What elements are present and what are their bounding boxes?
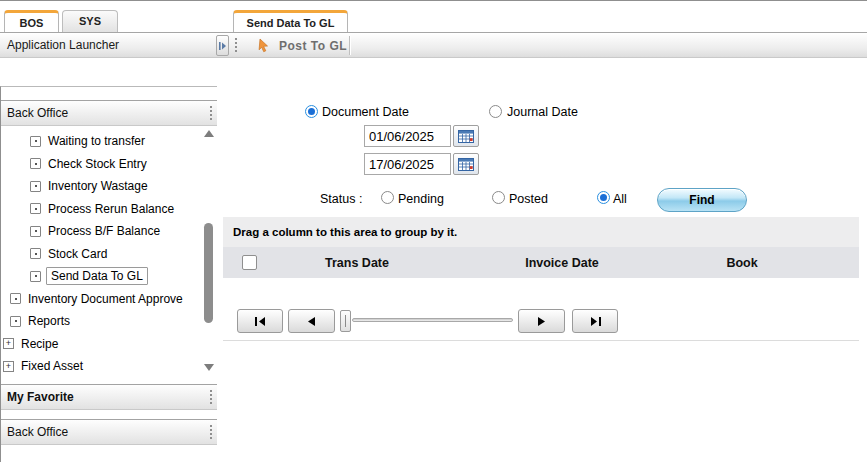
- item-bullet-icon: [30, 271, 41, 282]
- toolbar-grip-handle[interactable]: [234, 37, 238, 54]
- radio-all[interactable]: [597, 191, 610, 204]
- results-grid: Drag a column to this area to group by i…: [223, 217, 859, 341]
- to-date-calendar-button[interactable]: [453, 153, 479, 175]
- scrollbar-thumb[interactable]: [204, 223, 213, 323]
- item-label: Fixed Asset: [21, 359, 83, 373]
- item-bullet-icon: [10, 293, 21, 304]
- next-page-button[interactable]: [518, 309, 565, 333]
- item-bullet-icon: [30, 136, 41, 147]
- to-date-field: [364, 153, 480, 176]
- radio-posted[interactable]: [492, 191, 505, 204]
- scroll-down-icon[interactable]: [204, 364, 214, 371]
- radio-all-label: All: [613, 192, 627, 206]
- sidebar-item-waiting-to-transfer[interactable]: Waiting to transfer: [1, 130, 217, 153]
- sidebar-group-my-favorite[interactable]: My Favorite: [1, 384, 217, 410]
- sidebar-group-back-office[interactable]: Back Office: [1, 100, 217, 126]
- previous-page-button[interactable]: [288, 309, 335, 333]
- collapse-arrow-icon: [219, 42, 226, 50]
- grid-pager: [223, 305, 859, 340]
- radio-journal-date[interactable]: [489, 105, 502, 118]
- radio-pending-label: Pending: [398, 192, 444, 206]
- sidebar: Back Office Waiting to transfer Check St…: [0, 86, 217, 462]
- grid-header-row: Trans Date Invoice Date Book: [223, 247, 859, 278]
- tab-send-data-to-gl[interactable]: Send Data To GL: [233, 10, 348, 32]
- item-bullet-icon: [30, 226, 41, 237]
- column-header-trans-date[interactable]: Trans Date: [267, 256, 447, 270]
- post-to-gl-label: Post To GL: [279, 39, 347, 53]
- tab-bos[interactable]: BOS: [4, 10, 59, 32]
- item-bullet-icon: [30, 203, 41, 214]
- previous-page-icon: [308, 317, 315, 326]
- first-page-button[interactable]: [237, 309, 283, 333]
- item-bullet-icon: [30, 181, 41, 192]
- column-header-invoice-date[interactable]: Invoice Date: [447, 256, 677, 270]
- sidebar-item-reports[interactable]: Reports: [1, 310, 217, 333]
- group-by-drop-zone[interactable]: Drag a column to this area to group by i…: [223, 217, 859, 247]
- item-label: Recipe: [21, 337, 58, 351]
- sidebar-menu: Waiting to transfer Check Stock Entry In…: [1, 127, 217, 384]
- item-label: Process Rerun Balance: [48, 202, 174, 216]
- group-label: My Favorite: [7, 390, 74, 404]
- sidebar-item-process-bf-balance[interactable]: Process B/F Balance: [1, 220, 217, 243]
- scroll-up-icon[interactable]: [204, 130, 214, 137]
- item-bullet-icon: [30, 248, 41, 259]
- from-date-input[interactable]: [364, 125, 451, 147]
- sidebar-item-fixed-asset[interactable]: Fixed Asset: [1, 355, 217, 378]
- to-date-input[interactable]: [364, 153, 451, 175]
- hand-pointer-icon: [256, 38, 272, 54]
- status-label: Status :: [320, 192, 362, 206]
- expand-plus-icon[interactable]: [3, 338, 14, 349]
- collapse-sidebar-button[interactable]: [216, 35, 229, 56]
- sidebar-group-back-office-bottom[interactable]: Back Office: [1, 419, 217, 445]
- item-label: Process B/F Balance: [48, 224, 160, 238]
- item-label: Stock Card: [48, 247, 107, 261]
- item-bullet-icon: [10, 316, 21, 327]
- item-label: Inventory Wastage: [48, 179, 148, 193]
- next-page-icon: [538, 317, 545, 326]
- from-date-calendar-button[interactable]: [453, 125, 479, 147]
- last-page-button[interactable]: [572, 309, 618, 333]
- item-label: Waiting to transfer: [48, 134, 145, 148]
- sidebar-item-stock-card[interactable]: Stock Card: [1, 243, 217, 266]
- sidebar-item-process-rerun-balance[interactable]: Process Rerun Balance: [1, 198, 217, 221]
- select-all-cell: [223, 255, 267, 270]
- toolbar-separator: [349, 36, 350, 55]
- group-label: Back Office: [7, 425, 68, 439]
- toolbar: Application Launcher Post To GL: [0, 34, 867, 58]
- radio-pending[interactable]: [381, 191, 394, 204]
- radio-document-date[interactable]: [305, 105, 318, 118]
- pager-slider-thumb[interactable]: [340, 310, 351, 332]
- tab-strip: BOS SYS Send Data To GL: [0, 1, 867, 33]
- sidebar-item-inventory-wastage[interactable]: Inventory Wastage: [1, 175, 217, 198]
- item-bullet-icon: [30, 158, 41, 169]
- group-grip-handle[interactable]: [209, 424, 213, 441]
- calendar-icon: [458, 129, 474, 143]
- radio-posted-label: Posted: [509, 192, 548, 206]
- radio-journal-date-label: Journal Date: [507, 105, 578, 119]
- group-grip-handle[interactable]: [209, 389, 213, 406]
- from-date-field: [364, 125, 480, 148]
- item-label: Reports: [28, 314, 70, 328]
- sidebar-item-check-stock-entry[interactable]: Check Stock Entry: [1, 153, 217, 176]
- application-launcher-header: Application Launcher: [0, 34, 215, 57]
- sidebar-scrollbar[interactable]: [202, 127, 216, 384]
- item-label: Inventory Document Approve: [28, 292, 183, 306]
- group-label: Back Office: [7, 106, 68, 120]
- sidebar-item-send-data-to-gl[interactable]: Send Data To GL: [1, 265, 217, 288]
- select-all-checkbox[interactable]: [242, 255, 257, 270]
- item-label: Check Stock Entry: [48, 157, 147, 171]
- sidebar-item-recipe[interactable]: Recipe: [1, 333, 217, 356]
- tab-sys[interactable]: SYS: [62, 10, 118, 32]
- expand-plus-icon[interactable]: [3, 361, 14, 372]
- application-window: BOS SYS Send Data To GL Application Laun…: [0, 0, 867, 462]
- item-label: Send Data To GL: [46, 267, 148, 285]
- find-button[interactable]: Find: [657, 188, 747, 212]
- last-page-icon: [590, 317, 601, 326]
- column-header-book[interactable]: Book: [677, 256, 807, 270]
- pager-slider-track[interactable]: [352, 318, 513, 322]
- calendar-icon: [458, 157, 474, 171]
- grid-body-empty: [223, 278, 859, 305]
- sidebar-item-inventory-document-approve[interactable]: Inventory Document Approve: [1, 288, 217, 311]
- group-grip-handle[interactable]: [209, 105, 213, 122]
- post-to-gl-button[interactable]: Post To GL: [246, 34, 357, 57]
